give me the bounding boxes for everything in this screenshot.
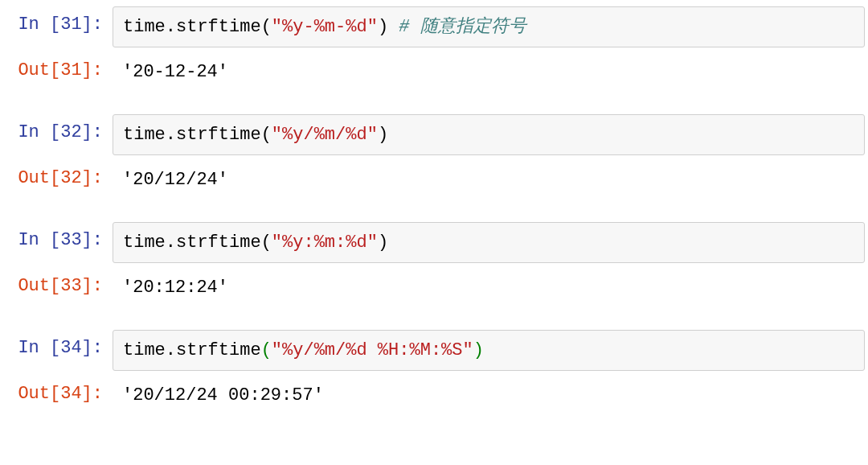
string-literal: "%y/%m/%d %H:%M:%S" xyxy=(272,340,473,360)
in-prompt: In [33]: xyxy=(0,222,113,250)
notebook-cell: In [32]:time.strftime("%y/%m/%d")Out[32]… xyxy=(0,114,868,208)
paren-open: ( xyxy=(261,340,272,360)
paren-close: ) xyxy=(378,17,388,37)
input-row: In [32]:time.strftime("%y/%m/%d") xyxy=(0,114,868,155)
in-prompt: In [34]: xyxy=(0,330,113,358)
paren-close: ) xyxy=(378,232,388,253)
code-call: time.strftime xyxy=(123,340,261,360)
jupyter-notebook: In [31]:time.strftime("%y-%m-%d") # 随意指定… xyxy=(0,6,868,423)
out-prompt: Out[33]: xyxy=(0,268,113,296)
output-row: Out[33]:'20:12:24' xyxy=(0,268,868,315)
string-literal: "%y:%m:%d" xyxy=(272,232,378,253)
out-prompt: Out[31]: xyxy=(0,52,113,80)
code-call: time.strftime xyxy=(123,17,261,37)
out-prompt: Out[32]: xyxy=(0,160,113,188)
string-literal: "%y/%m/%d" xyxy=(272,125,378,145)
paren-open: ( xyxy=(261,17,272,37)
in-prompt: In [31]: xyxy=(0,6,113,35)
code-call: time.strftime xyxy=(123,125,261,145)
notebook-cell: In [34]:time.strftime("%y/%m/%d %H:%M:%S… xyxy=(0,330,868,423)
paren-open: ( xyxy=(261,125,272,145)
code-call: time.strftime xyxy=(123,232,261,253)
string-literal: "%y-%m-%d" xyxy=(272,17,378,37)
paren-close: ) xyxy=(378,125,388,145)
output-text: '20/12/24 00:29:57' xyxy=(113,376,868,423)
out-prompt: Out[34]: xyxy=(0,376,113,404)
code-input[interactable]: time.strftime("%y/%m/%d %H:%M:%S") xyxy=(113,330,865,371)
input-row: In [34]:time.strftime("%y/%m/%d %H:%M:%S… xyxy=(0,330,868,371)
code-input[interactable]: time.strftime("%y:%m:%d") xyxy=(113,222,865,263)
notebook-cell: In [31]:time.strftime("%y-%m-%d") # 随意指定… xyxy=(0,6,868,100)
input-row: In [33]:time.strftime("%y:%m:%d") xyxy=(0,222,868,263)
output-row: Out[32]:'20/12/24' xyxy=(0,160,868,208)
code-input[interactable]: time.strftime("%y-%m-%d") # 随意指定符号 xyxy=(113,6,865,47)
output-text: '20-12-24' xyxy=(113,52,868,100)
code-comment: # 随意指定符号 xyxy=(388,17,526,37)
paren-close: ) xyxy=(473,340,484,360)
in-prompt: In [32]: xyxy=(0,114,113,142)
output-row: Out[34]:'20/12/24 00:29:57' xyxy=(0,376,868,423)
output-text: '20:12:24' xyxy=(113,268,868,315)
output-row: Out[31]:'20-12-24' xyxy=(0,52,868,100)
input-row: In [31]:time.strftime("%y-%m-%d") # 随意指定… xyxy=(0,6,868,47)
notebook-cell: In [33]:time.strftime("%y:%m:%d")Out[33]… xyxy=(0,222,868,315)
output-text: '20/12/24' xyxy=(113,160,868,208)
code-input[interactable]: time.strftime("%y/%m/%d") xyxy=(113,114,865,155)
paren-open: ( xyxy=(261,232,272,253)
